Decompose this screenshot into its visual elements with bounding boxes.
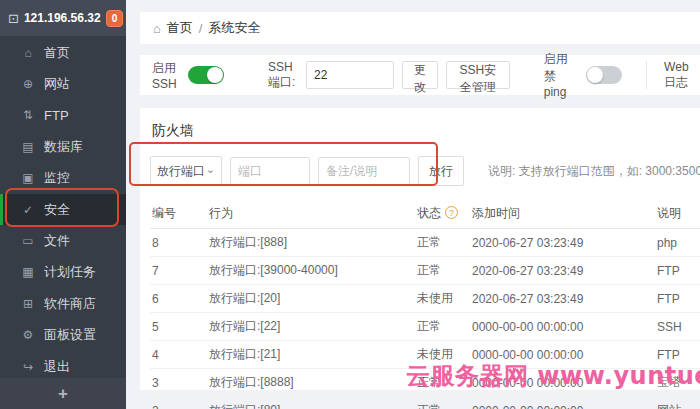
server-monitor-icon: ⊡ xyxy=(8,11,19,26)
server-header[interactable]: ⊡ 121.196.56.32 0 xyxy=(0,0,126,36)
cell-note: SSH xyxy=(655,313,700,341)
sidebar-item-security[interactable]: ✓ 安全 xyxy=(0,194,126,225)
change-port-button[interactable]: 更改 xyxy=(402,61,438,89)
cell-action: 放行端口:[80] xyxy=(207,397,415,409)
col-header-time: 添加时间 xyxy=(470,200,655,229)
message-count-badge[interactable]: 0 xyxy=(106,10,124,27)
cell-id: 8 xyxy=(150,229,207,257)
add-server-button[interactable]: + xyxy=(58,384,68,404)
ftp-icon: ⇅ xyxy=(21,108,35,122)
sidebar-item-label: 面板设置 xyxy=(44,326,96,344)
ssh-toggle[interactable] xyxy=(188,66,224,84)
sidebar-item-ftp[interactable]: ⇅ FTP xyxy=(0,100,126,131)
ssh-port-label: SSH端口: xyxy=(268,60,298,91)
sidebar: ⊡ 121.196.56.32 0 ⌂ 首页 ⊕ 网站 ⇅ FTP ▤ 数据库 … xyxy=(0,0,126,409)
cell-action: 放行端口:[39000-40000] xyxy=(207,257,415,285)
cell-note: FTP xyxy=(655,285,700,313)
cell-time: 2020-06-27 03:23:49 xyxy=(470,257,655,285)
database-icon: ▤ xyxy=(21,140,35,154)
cell-time: 0000-00-00 00:00:00 xyxy=(470,313,655,341)
gear-icon: ⚙ xyxy=(21,328,35,342)
port-input[interactable] xyxy=(230,157,310,185)
cell-status: 正常 xyxy=(415,397,470,409)
port-range-hint: 说明: 支持放行端口范围，如: 3000:3500 xyxy=(488,163,700,180)
table-row: 8 放行端口:[888] 正常 2020-06-27 03:23:49 php xyxy=(150,229,700,257)
cell-time: 2020-06-27 03:23:49 xyxy=(470,285,655,313)
sidebar-item-home[interactable]: ⌂ 首页 xyxy=(0,37,126,68)
sidebar-item-label: FTP xyxy=(44,108,69,123)
cell-note: FTP xyxy=(655,257,700,285)
ban-ping-label: 启用禁ping xyxy=(544,51,578,99)
sidebar-item-website[interactable]: ⊕ 网站 xyxy=(0,68,126,99)
ban-ping-toggle-knob xyxy=(587,67,603,83)
cell-action: 放行端口:[8888] xyxy=(207,369,415,397)
sidebar-item-label: 监控 xyxy=(44,169,70,187)
cell-id: 3 xyxy=(150,369,207,397)
firewall-title: 防火墙 xyxy=(152,122,700,140)
sidebar-item-files[interactable]: ▭ 文件 xyxy=(0,225,126,256)
sidebar-item-label: 软件商店 xyxy=(44,295,96,313)
cell-status: 正常 xyxy=(415,229,470,257)
breadcrumb: ⌂ 首页 / 系统安全 xyxy=(140,12,700,44)
cell-action: 放行端口:[22] xyxy=(207,313,415,341)
breadcrumb-current: 系统安全 xyxy=(208,19,260,37)
cell-id: 6 xyxy=(150,285,207,313)
sidebar-nav: ⌂ 首页 ⊕ 网站 ⇅ FTP ▤ 数据库 ▣ 监控 ✓ 安全 ▭ 文件 ▦ 计 xyxy=(0,36,126,382)
table-row: 2 放行端口:[80] 正常 0000-00-00 00:00:00 网站 xyxy=(150,397,700,409)
col-header-status: 状态? xyxy=(415,200,470,229)
sidebar-item-settings[interactable]: ⚙ 面板设置 xyxy=(0,320,126,351)
grid-icon: ⊞ xyxy=(21,297,35,311)
sidebar-item-appstore[interactable]: ⊞ 软件商店 xyxy=(0,288,126,319)
sidebar-item-label: 计划任务 xyxy=(44,263,96,281)
ssh-toolbar: 启用SSH SSH端口: 更改 SSH安全管理 启用禁ping Web日志 xyxy=(140,55,700,95)
rule-type-select-value: 放行端口 xyxy=(157,163,205,180)
sidebar-item-label: 安全 xyxy=(44,201,70,219)
sidebar-item-cron[interactable]: ▦ 计划任务 xyxy=(0,257,126,288)
status-help-icon[interactable]: ? xyxy=(445,206,458,219)
sidebar-footer: + xyxy=(0,378,126,409)
ssh-port-input[interactable] xyxy=(306,61,394,89)
cell-id: 2 xyxy=(150,397,207,409)
col-header-note: 说明 xyxy=(655,200,700,229)
breadcrumb-home-icon: ⌂ xyxy=(153,21,161,36)
cell-status: 正常 xyxy=(415,257,470,285)
web-log-label: Web日志 xyxy=(664,60,692,91)
ssh-security-manage-button[interactable]: SSH安全管理 xyxy=(446,61,510,89)
cell-note: php xyxy=(655,229,700,257)
shield-icon: ✓ xyxy=(21,203,35,217)
breadcrumb-home-link[interactable]: 首页 xyxy=(167,19,193,37)
sidebar-item-label: 数据库 xyxy=(44,138,83,156)
cell-time: 0000-00-00 00:00:00 xyxy=(470,397,655,409)
sidebar-item-database[interactable]: ▤ 数据库 xyxy=(0,131,126,162)
logout-icon: ↪ xyxy=(21,360,35,374)
globe-icon: ⊕ xyxy=(21,77,35,91)
col-header-action: 行为 xyxy=(207,200,415,229)
sidebar-item-label: 网站 xyxy=(44,75,70,93)
sidebar-item-label: 首页 xyxy=(44,44,70,62)
table-row: 7 放行端口:[39000-40000] 正常 2020-06-27 03:23… xyxy=(150,257,700,285)
chevron-down-icon: ⌄ xyxy=(206,163,215,176)
table-row: 6 放行端口:[20] 未使用 2020-06-27 03:23:49 FTP xyxy=(150,285,700,313)
cell-note: 网站 xyxy=(655,397,700,409)
sidebar-item-label: 退出 xyxy=(44,358,70,376)
sidebar-item-monitor[interactable]: ▣ 监控 xyxy=(0,163,126,194)
ban-ping-toggle[interactable] xyxy=(586,66,622,84)
rule-type-select[interactable]: 放行端口 ⌄ xyxy=(150,156,222,186)
allow-port-button[interactable]: 放行 xyxy=(418,156,464,186)
cell-status: 未使用 xyxy=(415,285,470,313)
enable-ssh-label: 启用SSH xyxy=(152,60,180,91)
cell-action: 放行端口:[888] xyxy=(207,229,415,257)
cell-id: 7 xyxy=(150,257,207,285)
home-icon: ⌂ xyxy=(21,46,35,60)
cell-id: 4 xyxy=(150,341,207,369)
note-input[interactable] xyxy=(318,157,410,185)
monitor-icon: ▣ xyxy=(21,171,35,185)
ssh-toggle-knob xyxy=(207,67,223,83)
table-header-row: 编号 行为 状态? 添加时间 说明 xyxy=(150,200,700,229)
cell-status: 正常 xyxy=(415,313,470,341)
firewall-add-form: 放行端口 ⌄ 放行 说明: 支持放行端口范围，如: 3000:3500 xyxy=(150,156,700,186)
folder-icon: ▭ xyxy=(21,234,35,248)
sidebar-item-label: 文件 xyxy=(44,232,70,250)
toolbar-divider xyxy=(646,61,647,89)
firewall-panel: 防火墙 放行端口 ⌄ 放行 说明: 支持放行端口范围，如: 3000:3500 … xyxy=(140,108,700,390)
